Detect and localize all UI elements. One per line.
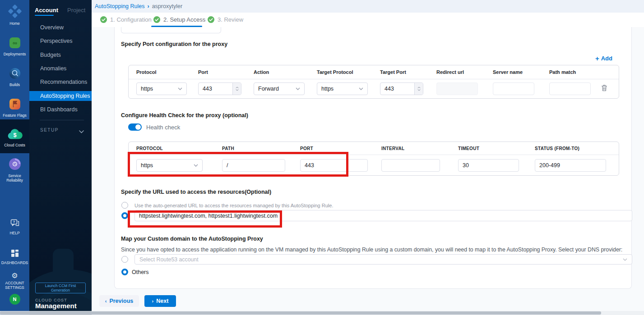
chevron-down-icon[interactable] [79,127,84,135]
plus-icon: + [595,55,599,62]
path-match-input[interactable] [549,82,591,95]
previous-button[interactable]: ‹ Previous [99,295,139,307]
chevron-down-icon [623,258,627,261]
breadcrumb-separator-icon: › [148,3,149,9]
column-header: Redirect url [429,69,485,75]
action-select[interactable]: Forward [254,82,305,95]
rail-item-label: DASHBOARDS [0,260,29,265]
svg-text:$: $ [13,132,17,138]
rail-item-cloud-costs[interactable]: $ Cloud Costs [0,128,29,147]
others-radio[interactable] [121,269,128,275]
custom-domain-title: Map your Custom domain to the AutoStoppi… [121,236,263,242]
column-header: Target Port [372,69,429,75]
stepper-buttons[interactable] [414,83,423,95]
content-area: Specify Port configuration for the proxy… [92,27,644,315]
avatar: N [9,294,20,305]
custom-domain-description: Since you have opted to access the appli… [121,247,629,253]
custom-url-radio[interactable] [121,212,128,219]
rail-item-builds[interactable]: Builds [0,68,29,87]
column-header: PORT [292,146,374,151]
module-rail: Home ∞ Deployments Builds Feature Flags [0,0,29,315]
route53-select[interactable]: Select Route53 account [134,254,632,265]
protocol-select[interactable]: https [136,82,187,95]
rail-item-label: HELP [0,231,29,235]
tab-project[interactable]: Project [67,7,85,14]
horizontal-scrollbar-thumb[interactable] [0,311,601,315]
product-name: Management [35,302,77,310]
step-check-icon [153,16,160,23]
redirect-url-input [436,82,478,95]
column-header: PATH [214,146,292,151]
sidebar-item-bi-dashboards[interactable]: BI Dashboards [29,105,92,114]
step-configuration[interactable]: 1. Configuration [100,16,152,23]
column-header: Protocol [129,69,190,75]
rail-item-label: Home [0,21,29,26]
horizontal-scrollbar-track[interactable] [0,311,644,315]
custom-url-input[interactable] [134,210,632,221]
health-check-toggle[interactable] [128,123,142,131]
rail-item-account-settings[interactable]: ⚙ ACCOUNT SETTINGS [0,272,29,290]
help-icon: ? [10,221,19,229]
scrolled-element-edge [121,27,221,33]
route53-radio[interactable] [121,256,128,263]
hc-path-input[interactable] [222,159,285,172]
column-header: Target Protocol [309,69,372,75]
port-stepper[interactable]: 443 [198,82,241,95]
hc-interval-input[interactable] [381,159,440,172]
delete-row-button[interactable] [601,85,607,93]
sidebar-item-overview[interactable]: Overview [29,23,92,32]
others-label: Others [132,269,149,275]
main-area: AutoStopping Rules › asproxytyler 1. Con… [92,0,644,315]
auto-url-radio[interactable] [121,202,128,209]
rail-item-service-reliability[interactable]: Service Reliability [0,158,29,183]
sidebar-item-autostopping-rules[interactable]: AutoStopping Rules [29,91,92,101]
rail-item-deployments[interactable]: ∞ Deployments [0,37,29,56]
tab-account[interactable]: Account [35,7,58,14]
column-header: Action [246,69,309,75]
sidebar-setup[interactable]: SETUP [40,128,59,132]
health-check-table: PROTOCOL PATH PORT INTERVAL TIMEOUT STAT… [128,142,619,176]
column-header: TIMEOUT [450,146,527,151]
target-port-stepper[interactable]: 443 [380,82,423,95]
server-name-input[interactable] [493,82,534,95]
column-header: PROTOCOL [129,146,214,151]
rail-item-help[interactable]: ? HELP [0,219,29,235]
sidebar-item-anomalies[interactable]: Anomalies [29,64,92,73]
route53-option: Select Route53 account [121,254,632,265]
chevron-down-icon [296,87,300,90]
breadcrumb-current: asproxytyler [152,3,182,9]
hc-protocol-select[interactable]: https [136,159,203,172]
hc-protocol-value: https [141,162,153,169]
hc-port-input[interactable] [300,159,368,172]
hc-status-input[interactable] [535,159,606,172]
step-review[interactable]: 3. Review [208,16,243,23]
health-check-row: https [129,155,619,175]
rail-item-feature-flags[interactable]: Feature Flags [0,98,29,118]
step-label: 1. Configuration [110,16,152,23]
stepper-buttons[interactable] [232,83,241,95]
target-port-value: 443 [385,86,394,92]
add-label: Add [601,55,612,62]
step-setup-access[interactable]: 2. Setup Access [153,16,205,23]
target-protocol-select[interactable]: https [317,82,368,95]
chevron-down-icon [194,164,198,167]
user-avatar[interactable]: N [0,294,29,305]
sidebar-item-recommendations[interactable]: Recommendations [29,77,92,87]
breadcrumb-link-autostopping-rules[interactable]: AutoStopping Rules [95,3,145,9]
rail-item-dashboards[interactable]: DASHBOARDS [0,249,29,265]
next-label: Next [156,298,168,304]
add-port-row-button[interactable]: + Add [595,55,612,62]
sidebar-item-perspectives[interactable]: Perspectives [29,36,92,46]
rail-item-home[interactable]: Home [0,5,29,26]
rail-item-label: Service Reliability [0,173,29,183]
next-button[interactable]: › Next [144,295,176,307]
protocol-value: https [141,86,153,92]
launch-ccm-first-gen-button[interactable]: Launch CCM First Generation [35,283,86,293]
hc-timeout-input[interactable] [458,159,519,172]
deployments-icon: ∞ [9,42,21,50]
step-check-icon [100,16,107,23]
cloud-costs-icon: $ [7,133,23,141]
step-label: 2. Setup Access [163,16,205,23]
chevron-down-icon [178,87,182,90]
sidebar-item-budgets[interactable]: Budgets [29,50,92,60]
